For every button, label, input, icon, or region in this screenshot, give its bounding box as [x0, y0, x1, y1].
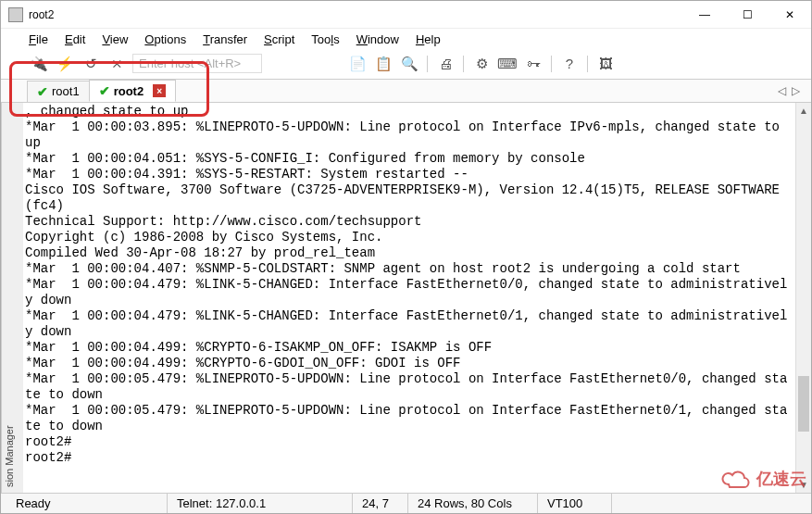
- help-icon[interactable]: ?: [559, 55, 580, 73]
- tab-close-icon[interactable]: ×: [153, 84, 166, 97]
- app-icon: [8, 7, 23, 22]
- menubar: File Edit View Options Transfer Script T…: [1, 29, 811, 52]
- print-icon[interactable]: 🖨: [435, 55, 456, 73]
- close-button[interactable]: ✕: [768, 1, 811, 29]
- watermark-text: 亿速云: [756, 468, 806, 490]
- tab-root1[interactable]: ✔ root1: [27, 81, 90, 102]
- menu-script[interactable]: Script: [264, 32, 294, 46]
- status-ready: Ready: [1, 494, 168, 513]
- check-icon: ✔: [99, 83, 110, 98]
- menu-edit[interactable]: Edit: [65, 32, 85, 46]
- paste-icon[interactable]: 📋: [373, 55, 394, 73]
- toolbar-separator: [587, 56, 588, 72]
- tab-label: root1: [52, 84, 80, 98]
- copy-icon[interactable]: 📄: [347, 55, 368, 73]
- connect-icon[interactable]: 🔌: [29, 55, 49, 73]
- titlebar: root2 — ☐ ✕: [1, 1, 811, 29]
- scroll-up-icon[interactable]: ▲: [796, 103, 811, 119]
- menu-options[interactable]: Options: [144, 32, 186, 46]
- x11-icon[interactable]: 🖼: [595, 55, 616, 73]
- tab-scroll-right-icon[interactable]: ▷: [792, 84, 800, 97]
- statusbar: Ready Telnet: 127.0.0.1 24, 7 24 Rows, 8…: [1, 493, 811, 513]
- reconnect-icon[interactable]: ↺: [81, 55, 101, 73]
- tab-scroll-left-icon[interactable]: ◁: [778, 84, 786, 97]
- menu-file[interactable]: File: [29, 32, 48, 46]
- options-icon[interactable]: ⚙: [471, 55, 492, 73]
- menu-view[interactable]: View: [102, 32, 128, 46]
- menu-window[interactable]: Window: [356, 32, 399, 46]
- tab-root2[interactable]: ✔ root2 ×: [89, 80, 177, 102]
- quick-connect-icon[interactable]: ⚡: [55, 55, 75, 73]
- vertical-scrollbar[interactable]: ▲ ▼: [795, 103, 811, 493]
- menu-help[interactable]: Help: [416, 32, 441, 46]
- toolbar-separator: [427, 56, 428, 72]
- keymap-icon[interactable]: 🗝: [523, 55, 543, 73]
- check-icon: ✔: [37, 84, 48, 99]
- cloud-icon: [719, 468, 751, 490]
- status-connection: Telnet: 127.0.0.1: [168, 494, 353, 513]
- terminal-output[interactable]: , changed state to up *Mar 1 00:00:03.89…: [23, 103, 795, 493]
- status-emulation: VT100: [538, 494, 612, 513]
- tab-label: root2: [114, 84, 144, 98]
- scroll-thumb[interactable]: [798, 376, 809, 432]
- tabbar: ✔ root1 ✔ root2 × ◁ ▷: [1, 79, 811, 103]
- session-options-icon[interactable]: ⌨: [497, 55, 518, 73]
- find-icon[interactable]: 🔍: [399, 55, 419, 73]
- window-title: root2: [29, 8, 683, 21]
- watermark: 亿速云: [719, 468, 806, 490]
- disconnect-icon[interactable]: ⨯: [106, 55, 127, 73]
- status-terminal-size: 24 Rows, 80 Cols: [408, 494, 538, 513]
- session-manager-panel[interactable]: sion Manager: [1, 103, 23, 493]
- status-cursor-pos: 24, 7: [353, 494, 408, 513]
- toolbar-separator: [463, 56, 464, 72]
- toolbar: 🔌 ⚡ ↺ ⨯ Enter host <Alt+R> 📄 📋 🔍 🖨 ⚙ ⌨ 🗝…: [1, 52, 811, 79]
- enter-host-input[interactable]: Enter host <Alt+R>: [132, 54, 262, 73]
- menu-tools[interactable]: Tools: [311, 32, 339, 46]
- minimize-button[interactable]: —: [683, 1, 726, 29]
- toolbar-separator: [551, 56, 552, 72]
- maximize-button[interactable]: ☐: [726, 1, 768, 29]
- menu-transfer[interactable]: Transfer: [203, 32, 247, 46]
